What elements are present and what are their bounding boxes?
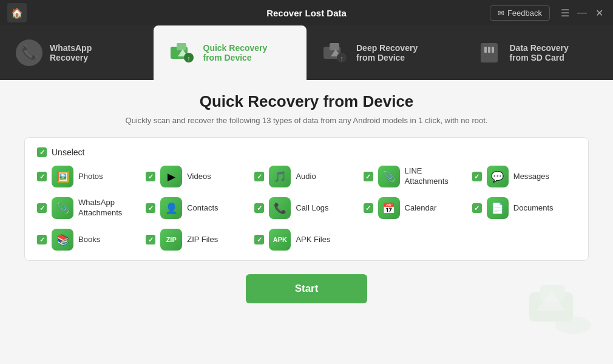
deep-tab-label1: Deep Recovery: [356, 43, 418, 53]
svg-rect-15: [492, 47, 494, 53]
zip-label: ZIP Files: [187, 235, 218, 245]
quick-recovery-tab-icon: ↑: [168, 38, 197, 67]
photos-icon: 🖼️: [52, 166, 73, 187]
watermark-decoration: [522, 271, 595, 346]
zip-icon: ZIP: [160, 229, 182, 251]
tab-quick-recovery[interactable]: ↑ Quick Recovery from Device: [154, 25, 307, 80]
audio-label: Audio: [296, 172, 316, 182]
list-item[interactable]: 📎 WhatsAppAttachments: [37, 197, 141, 219]
page-subtitle: Quickly scan and recover the following 1…: [24, 116, 589, 125]
unselect-checkbox[interactable]: [37, 147, 47, 157]
books-checkbox[interactable]: [37, 235, 47, 244]
whatsapp-attach-label: WhatsAppAttachments: [78, 198, 122, 218]
audio-checkbox[interactable]: [254, 172, 264, 181]
books-icon: 📚: [52, 229, 73, 251]
feedback-button[interactable]: ✉ Feedback: [490, 5, 550, 21]
line-checkbox[interactable]: [364, 172, 373, 181]
books-label: Books: [78, 235, 100, 245]
list-item[interactable]: 🖼️ Photos: [37, 166, 141, 187]
audio-icon: 🎵: [269, 166, 291, 187]
list-item[interactable]: 📄 Documents: [472, 197, 576, 219]
photos-checkbox[interactable]: [37, 172, 47, 181]
videos-checkbox[interactable]: [146, 172, 155, 181]
deep-recovery-tab-icon: ↑: [321, 38, 350, 67]
list-item[interactable]: 📅 Calendar: [364, 197, 467, 219]
home-button[interactable]: 🏠: [7, 3, 27, 22]
list-item[interactable]: ZIP ZIP Files: [146, 229, 249, 251]
contacts-label: Contacts: [187, 203, 218, 214]
line-label: LINEAttachments: [405, 166, 449, 187]
title-bar: 🏠 Recover Lost Data ✉ Feedback ☰ — ✕: [0, 0, 613, 25]
apk-icon: APK: [269, 229, 291, 251]
messages-icon: 💬: [487, 166, 509, 187]
svg-rect-14: [488, 47, 490, 53]
svg-rect-17: [540, 285, 565, 301]
contacts-icon: 👤: [160, 197, 182, 219]
list-item[interactable]: 📚 Books: [37, 229, 141, 251]
list-item[interactable]: 📞 Call Logs: [254, 197, 358, 219]
mail-icon: ✉: [498, 8, 504, 18]
unselect-row[interactable]: Unselect: [37, 147, 576, 157]
unselect-label: Unselect: [52, 147, 84, 157]
quick-tab-label1: Quick Recovery: [203, 43, 268, 53]
whatsapp-tab-icon: 📞: [15, 38, 44, 67]
line-icon: 📎: [378, 166, 400, 187]
videos-label: Videos: [187, 172, 211, 182]
tab-whatsapp[interactable]: 📞 WhatsApp Recovery: [0, 25, 154, 80]
calendar-icon: 📅: [378, 197, 400, 219]
app-title: Recover Lost Data: [266, 8, 347, 18]
whatsapp-attach-checkbox[interactable]: [37, 203, 47, 213]
whatsapp-tab-label: WhatsApp: [50, 43, 92, 53]
list-item[interactable]: ▶ Videos: [146, 166, 249, 187]
documents-checkbox[interactable]: [472, 203, 482, 213]
calllogs-icon: 📞: [269, 197, 291, 219]
sd-card-tab-icon: [475, 38, 504, 67]
svg-rect-3: [177, 43, 186, 50]
svg-rect-8: [330, 43, 339, 50]
sd-tab-label1: Data Recovery: [510, 43, 569, 53]
svg-rect-16: [529, 292, 573, 322]
list-item[interactable]: 💬 Messages: [472, 166, 576, 187]
svg-text:📞: 📞: [21, 44, 38, 61]
apk-label: APK Files: [296, 235, 330, 245]
svg-text:↑: ↑: [187, 55, 191, 62]
close-button[interactable]: ✕: [592, 6, 606, 19]
list-item[interactable]: APK APK Files: [254, 229, 358, 251]
start-button[interactable]: Start: [246, 274, 367, 303]
tab-bar: 📞 WhatsApp Recovery ↑ Quick Recovery fro…: [0, 25, 613, 80]
list-item[interactable]: 👤 Contacts: [146, 197, 249, 219]
contacts-checkbox[interactable]: [146, 203, 155, 213]
apk-checkbox[interactable]: [254, 235, 264, 244]
tab-sd-card[interactable]: Data Recovery from SD Card: [460, 25, 614, 80]
quick-tab-label2: from Device: [203, 53, 268, 62]
messages-label: Messages: [513, 172, 549, 182]
documents-label: Documents: [513, 203, 554, 214]
list-item[interactable]: 🎵 Audio: [254, 166, 358, 187]
calendar-checkbox[interactable]: [364, 203, 373, 213]
messages-checkbox[interactable]: [472, 172, 482, 181]
tab-deep-recovery[interactable]: ↑ Deep Recovery from Device: [306, 25, 460, 80]
documents-icon: 📄: [487, 197, 509, 219]
window-controls: ☰ — ✕: [558, 6, 606, 19]
title-bar-right: ✉ Feedback ☰ — ✕: [490, 5, 606, 21]
svg-point-19: [555, 317, 591, 334]
page-title: Quick Recovery from Device: [24, 92, 589, 111]
menu-button[interactable]: ☰: [558, 6, 572, 19]
zip-checkbox[interactable]: [146, 235, 155, 244]
calendar-label: Calendar: [405, 203, 437, 214]
whatsapp-tab-label2: Recovery: [50, 53, 92, 62]
data-items-grid: 🖼️ Photos ▶ Videos 🎵 Audio 📎 LINEAttachm…: [37, 166, 576, 251]
videos-icon: ▶: [160, 166, 182, 187]
main-content: Quick Recovery from Device Quickly scan …: [0, 80, 613, 364]
sd-tab-label2: from SD Card: [510, 53, 569, 62]
minimize-button[interactable]: —: [575, 6, 589, 19]
data-types-panel: Unselect 🖼️ Photos ▶ Videos 🎵 Audio: [24, 137, 589, 261]
svg-marker-18: [537, 291, 566, 311]
whatsapp-attach-icon: 📎: [52, 197, 73, 219]
feedback-label: Feedback: [507, 8, 542, 18]
calllogs-checkbox[interactable]: [254, 203, 264, 213]
deep-tab-label2: from Device: [356, 53, 418, 62]
photos-label: Photos: [78, 172, 103, 182]
svg-rect-13: [484, 47, 487, 53]
list-item[interactable]: 📎 LINEAttachments: [364, 166, 467, 187]
